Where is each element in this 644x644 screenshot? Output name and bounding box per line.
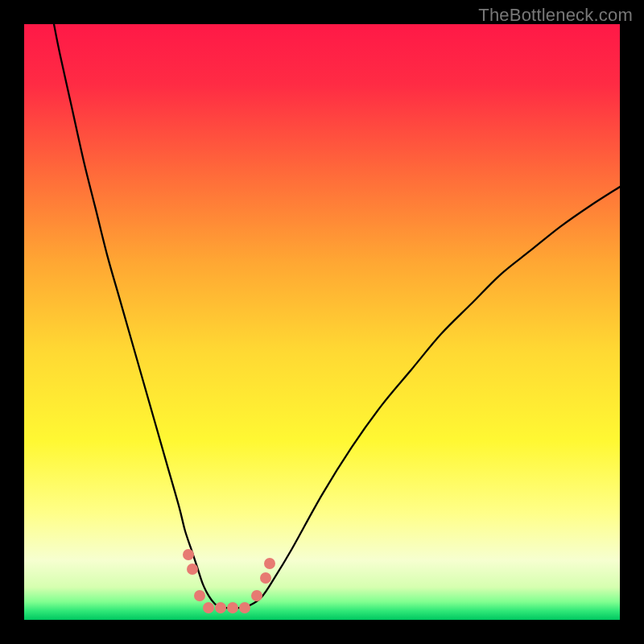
data-marker xyxy=(203,602,214,613)
chart-frame: TheBottleneck.com xyxy=(0,0,644,644)
data-marker xyxy=(251,590,262,601)
data-marker xyxy=(239,602,250,613)
data-marker xyxy=(260,572,271,584)
data-marker xyxy=(227,602,238,613)
curve-layer xyxy=(24,24,620,620)
data-marker xyxy=(187,564,198,575)
data-marker xyxy=(183,549,194,560)
plot-area xyxy=(24,24,620,620)
watermark-text: TheBottleneck.com xyxy=(478,5,633,26)
bottleneck-curve xyxy=(54,24,620,609)
data-marker xyxy=(264,558,275,569)
data-marker xyxy=(215,602,226,613)
data-marker xyxy=(194,590,205,601)
